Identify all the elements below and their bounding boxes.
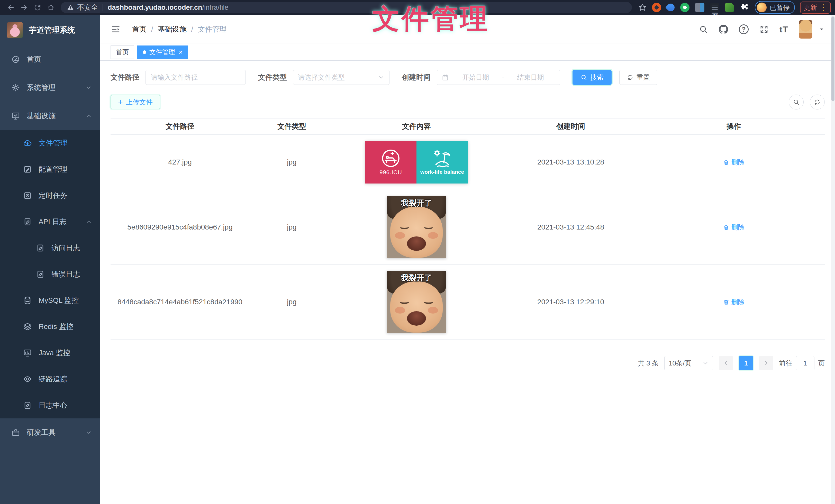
sidebar-logo-row[interactable]: 芋道管理系统	[0, 15, 100, 45]
forward-arrow-icon	[20, 4, 28, 11]
table-body: 427.jpg jpg 996.ICU	[110, 135, 825, 339]
file-type-select[interactable]: 请选择文件类型	[293, 70, 389, 85]
table-row: 5e8609290e915c4fa8b08e67.jpg jpg	[110, 190, 825, 265]
browser-menu-dots-icon[interactable]: ⋮	[819, 4, 827, 11]
menu-item-icon	[11, 428, 20, 437]
goto-page-input[interactable]	[796, 356, 814, 370]
refresh-icon	[627, 74, 633, 81]
file-table: 文件路径文件类型文件内容创建时间操作 427.jpg jpg	[110, 118, 825, 339]
toggle-search-button[interactable]	[789, 94, 803, 109]
breadcrumb-item[interactable]: 首页 /	[132, 24, 158, 34]
beach-umbrella-icon	[430, 149, 454, 168]
header-search-icon[interactable]	[699, 25, 708, 34]
scrollbar-thumb[interactable]	[831, 17, 834, 101]
extension-icon-orange[interactable]	[652, 3, 661, 12]
upload-file-button[interactable]: + 上传文件	[110, 95, 160, 109]
sidebar-item-log-center[interactable]: 日志中心	[0, 392, 100, 418]
window-scrollbar[interactable]	[831, 15, 835, 504]
breadcrumb-item[interactable]: 基础设施 /	[158, 24, 198, 34]
file-path-input[interactable]	[145, 70, 246, 85]
sidebar-item-error-log[interactable]: 错误日志	[0, 261, 100, 287]
font-size-icon[interactable]: tT	[779, 24, 788, 35]
menu-item-icon	[36, 270, 45, 279]
cell-file-type: jpg	[249, 158, 334, 166]
delete-link[interactable]: 删除	[723, 158, 745, 167]
bookmark-star-icon[interactable]	[638, 3, 647, 12]
sidebar-item-config[interactable]: 配置管理	[0, 156, 100, 183]
github-icon[interactable]	[719, 25, 728, 34]
extension-icon-grid[interactable]	[695, 3, 705, 12]
select-chevron-down-icon	[378, 74, 385, 81]
paused-label: 已暂停	[770, 3, 790, 12]
extension-icon-terminal[interactable]: on	[710, 3, 719, 12]
sidebar-item-file[interactable]: 文件管理	[0, 130, 100, 156]
tab-close-icon[interactable]: ×	[179, 49, 183, 56]
page-unit-label: 页	[818, 359, 825, 368]
sidebar-item-infra[interactable]: 基础设施	[0, 102, 100, 130]
fullscreen-icon[interactable]	[759, 25, 769, 34]
delete-link[interactable]: 删除	[723, 298, 745, 307]
search-form: 文件路径 文件类型 请选择文件类型 创建时间 开始日期 - 结束日期	[110, 70, 825, 85]
browser-forward-button[interactable]	[18, 2, 31, 13]
sidebar-item-mysql[interactable]: MySQL 监控	[0, 287, 100, 314]
extension-on-badge: on	[712, 13, 718, 14]
breadcrumb-item[interactable]: 文件管理 /	[198, 24, 227, 34]
url-host: dashboard.yudao.iocoder.cn	[108, 4, 202, 12]
page-size-select[interactable]: 10条/页	[664, 356, 713, 370]
date-range-picker[interactable]: 开始日期 - 结束日期	[437, 70, 560, 85]
select-chevron-down-icon	[702, 360, 709, 366]
refresh-table-button[interactable]	[810, 94, 825, 109]
sidebar-item-trace[interactable]: 链路追踪	[0, 366, 100, 392]
extension-icon-pin[interactable]	[665, 2, 676, 13]
sidebar-item-system[interactable]: 系统管理	[0, 74, 100, 102]
end-date-placeholder: 结束日期	[506, 73, 555, 82]
cell-file-content: 我裂开了	[334, 196, 499, 258]
browser-update-button[interactable]: 更新 ⋮	[800, 2, 831, 14]
table-header-cell: 创建时间	[499, 122, 643, 131]
prev-page-button[interactable]	[719, 356, 733, 370]
cell-file-path: 427.jpg	[110, 158, 249, 166]
view-tab-file[interactable]: 文件管理 ×	[137, 45, 188, 59]
extensions-puzzle-icon[interactable]	[740, 3, 749, 12]
extensions-row: on	[652, 3, 749, 12]
sidebar-item-java[interactable]: Java 监控	[0, 340, 100, 366]
reset-button[interactable]: 重置	[619, 70, 657, 85]
view-tab-home[interactable]: 首页	[110, 45, 134, 59]
chevron-icon	[85, 218, 92, 225]
next-page-button[interactable]	[759, 356, 773, 370]
browser-reload-button[interactable]	[31, 2, 44, 13]
browser-back-button[interactable]	[4, 2, 18, 13]
avatar-caret-down-icon[interactable]	[818, 26, 825, 33]
browser-home-button[interactable]	[44, 2, 58, 13]
cell-actions: 删除	[643, 298, 825, 307]
extension-icon-leaf[interactable]	[725, 3, 734, 12]
reload-icon	[34, 4, 41, 11]
hamburger-icon[interactable]	[110, 24, 121, 35]
delete-link[interactable]: 删除	[723, 223, 745, 232]
current-page-button[interactable]: 1	[739, 356, 753, 370]
menu-item-icon	[23, 322, 32, 331]
docs-help-icon[interactable]: ?	[739, 24, 749, 34]
page-content: 文件路径 文件类型 请选择文件类型 创建时间 开始日期 - 结束日期	[100, 61, 835, 504]
menu-item-icon	[23, 349, 32, 357]
user-avatar[interactable]	[799, 20, 812, 39]
create-time-label: 创建时间	[402, 72, 431, 82]
menu-item-icon	[11, 55, 20, 64]
pagination: 共 3 条 10条/页 1 前往 页	[110, 356, 825, 381]
address-bar[interactable]: 不安全 dashboard.yudao.iocoder.cn /infra/fi…	[61, 2, 632, 13]
profile-paused-button[interactable]: 已暂停	[755, 1, 795, 14]
top-navbar: 首页 / 基础设施 / 文件管理 /	[100, 15, 835, 44]
search-button[interactable]: 搜索	[572, 70, 612, 85]
table-toolbar: + 上传文件	[110, 94, 825, 109]
sidebar-item-api-log[interactable]: API 日志	[0, 209, 100, 235]
sidebar-item-home[interactable]: 首页	[0, 45, 100, 74]
sidebar-item-job[interactable]: 定时任务	[0, 183, 100, 209]
update-label: 更新	[803, 3, 817, 12]
sidebar: 芋道管理系统 首页 系统管理	[0, 15, 100, 504]
cell-file-path: 5e8609290e915c4fa8b08e67.jpg	[110, 223, 249, 231]
app-frame: 芋道管理系统 首页 系统管理	[0, 15, 835, 504]
sidebar-item-tools[interactable]: 研发工具	[0, 418, 100, 447]
sidebar-item-access-log[interactable]: 访问日志	[0, 235, 100, 261]
sidebar-item-redis[interactable]: Redis 监控	[0, 314, 100, 340]
extension-icon-green-check[interactable]	[680, 3, 690, 12]
